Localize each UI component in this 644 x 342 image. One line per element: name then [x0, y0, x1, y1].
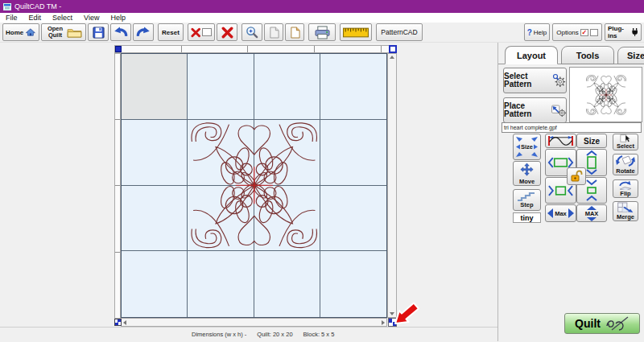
horizontal-scrollbar[interactable] [121, 318, 387, 327]
bottom-left-handle[interactable] [114, 319, 122, 326]
move-label: Move [519, 178, 535, 185]
place-pattern-button[interactable]: Place Pattern [503, 97, 567, 123]
merge-label: Merge [617, 213, 634, 220]
home-label: Home [6, 29, 23, 36]
max-height-button[interactable]: MAX [576, 204, 607, 222]
app-icon [3, 3, 11, 10]
tab-size[interactable]: Size [617, 47, 644, 64]
save-button[interactable] [88, 23, 109, 41]
menu-item-help[interactable]: Help [105, 14, 131, 22]
quilt-cell[interactable] [320, 251, 386, 317]
scroll-up-icon[interactable] [390, 56, 394, 59]
move-cross-icon [519, 163, 535, 178]
options-checked-checkbox[interactable]: ✓ [580, 29, 588, 36]
plugins-label: Plug-ins [608, 25, 630, 39]
quilt-cell[interactable] [122, 186, 188, 252]
merge-button[interactable]: Merge [613, 201, 638, 221]
measure-button[interactable] [340, 23, 372, 41]
size-row-button[interactable]: Size [576, 134, 607, 148]
title-bar: QuiltCAD TM - [0, 0, 644, 13]
options-button[interactable]: Options ✓ [552, 23, 602, 41]
tab-layout-label: Layout [517, 51, 546, 60]
step-mode-indicator[interactable]: tiny [513, 212, 541, 223]
zoom-button[interactable] [242, 23, 262, 41]
quilt-cell[interactable] [188, 251, 254, 317]
select-pattern-button[interactable]: Select Pattern [503, 68, 567, 93]
pattern-filename-field[interactable]: tri heart complete.gpf [502, 122, 642, 133]
plugins-button[interactable]: Plug-ins [605, 23, 642, 41]
step-button[interactable]: Step [513, 189, 541, 211]
blank-box-icon [202, 28, 212, 36]
aspect-lock-button[interactable] [567, 167, 586, 185]
menu-item-edit[interactable]: Edit [23, 14, 47, 22]
page-copy-icon [290, 27, 300, 39]
arrow-right-icon [568, 208, 574, 218]
work-area [0, 43, 497, 327]
undo-icon [114, 26, 128, 39]
clear-block-button[interactable] [188, 23, 215, 41]
quilt-cell[interactable] [188, 54, 254, 120]
select-label: Select [617, 142, 634, 150]
size-free-label: Size [521, 143, 533, 150]
quilt-cell[interactable] [320, 54, 386, 120]
reset-label: Reset [162, 29, 180, 36]
window-title: QuiltCAD TM - [14, 2, 61, 10]
print-button[interactable] [308, 23, 336, 41]
undo-button[interactable] [110, 23, 131, 41]
size-row-label: Size [584, 137, 600, 146]
page-icon [269, 27, 279, 39]
flip-icon [617, 180, 634, 190]
tab-tools[interactable]: Tools [561, 46, 614, 64]
pattern-overlay[interactable] [188, 119, 321, 252]
patterncad-label: PatternCAD [381, 28, 417, 36]
right-panel: Layout Tools Size Select Pattern Place P… [497, 43, 644, 341]
move-button[interactable]: Move [513, 161, 541, 186]
quilt-button-label: Quilt [575, 317, 601, 330]
help-button[interactable]: ? Help [524, 23, 550, 41]
options-unchecked-checkbox[interactable] [590, 29, 598, 36]
max-width-label: Max [555, 210, 567, 217]
magnifier-icon [246, 26, 258, 39]
top-right-handle[interactable] [389, 45, 397, 53]
quilt-cell[interactable] [122, 251, 188, 317]
clear-all-button[interactable] [217, 23, 237, 41]
flip-button[interactable]: Flip [613, 179, 638, 198]
menu-item-select[interactable]: Select [47, 14, 78, 22]
quilt-cell[interactable] [122, 54, 188, 120]
open-quilt-label: Open Quilt [46, 26, 65, 39]
scroll-right-icon[interactable] [382, 320, 385, 325]
paste-page-button[interactable] [285, 23, 304, 41]
pattern-preview-box[interactable] [569, 67, 642, 122]
quilt-cell[interactable] [254, 54, 320, 120]
vertical-scrollbar[interactable] [387, 53, 397, 318]
menu-item-file[interactable]: File [0, 14, 23, 22]
reset-button[interactable]: Reset [158, 23, 184, 41]
top-left-handle[interactable] [115, 46, 122, 52]
quilt-cell[interactable] [122, 120, 188, 186]
stitch-icon [605, 316, 630, 331]
quilt-cell[interactable] [320, 186, 386, 252]
arrow-left-icon [547, 208, 553, 218]
wave-size-button[interactable] [545, 134, 576, 148]
padlock-open-icon [570, 170, 583, 183]
quilt-cell[interactable] [254, 251, 320, 317]
menu-item-view[interactable]: View [78, 14, 105, 22]
patterncad-button[interactable]: PatternCAD [376, 23, 423, 41]
row-ruler-track[interactable] [114, 53, 121, 319]
copy-page-button[interactable] [264, 23, 283, 41]
home-button[interactable]: Home [2, 23, 39, 41]
redo-button[interactable] [133, 23, 154, 41]
quilt-cell[interactable] [320, 120, 386, 186]
flip-label: Flip [620, 190, 630, 197]
tab-layout[interactable]: Layout [505, 46, 558, 64]
select-button[interactable]: Select [613, 134, 638, 150]
open-quilt-button[interactable]: Open Quilt [41, 23, 86, 41]
rotate-button[interactable]: Rotate [613, 154, 638, 175]
quilt-button[interactable]: Quilt [564, 313, 640, 334]
scroll-left-icon[interactable] [123, 320, 126, 325]
wave-icon [547, 135, 575, 146]
column-ruler-track[interactable] [114, 45, 397, 53]
size-free-button[interactable]: Size [513, 134, 541, 160]
tab-size-label: Size [627, 51, 644, 60]
max-width-button[interactable]: Max [545, 204, 576, 222]
